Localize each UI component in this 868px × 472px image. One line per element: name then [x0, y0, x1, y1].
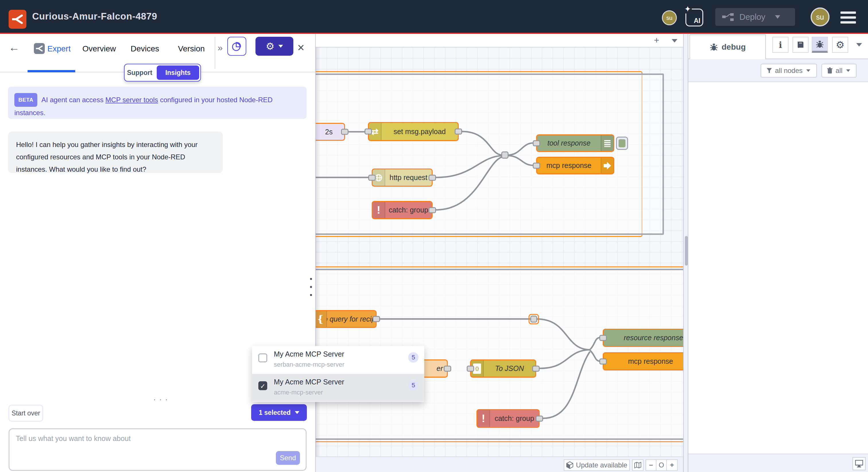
node-port-in[interactable]: [368, 175, 376, 181]
panel-resize-handle[interactable]: [310, 278, 312, 302]
node-port-out[interactable]: [429, 175, 436, 181]
node-http-request[interactable]: http request: [372, 169, 433, 187]
node-set-msg-payload[interactable]: ⇄ set msg.payload: [368, 122, 459, 141]
open-dashboard-button[interactable]: [852, 457, 866, 470]
sparkle-icon: ✦: [683, 5, 692, 13]
tab-expert[interactable]: Expert: [48, 44, 71, 53]
node-label: catch: group: [385, 202, 432, 218]
canvas-scrollbar[interactable]: [683, 34, 688, 472]
monitor-icon: [855, 460, 863, 467]
node-resource-response[interactable]: resource response: [603, 329, 683, 347]
debug-node-icon: [601, 135, 613, 151]
node-port-in[interactable]: [467, 365, 474, 372]
mcp-server-tools-link[interactable]: MCP server tools: [105, 96, 158, 104]
node-tool-response-debug[interactable]: tool response: [536, 135, 614, 152]
avatar-large[interactable]: su: [811, 7, 830, 26]
debug-clear-button[interactable]: all: [822, 64, 857, 78]
node-port-out[interactable]: [429, 207, 436, 213]
avatar-small[interactable]: su: [662, 10, 677, 25]
tab-debug[interactable]: debug: [689, 34, 766, 59]
flow-list-caret-icon[interactable]: [672, 39, 677, 42]
node-mcp-response-link-out-top[interactable]: mcp response: [536, 157, 614, 174]
server-option-2[interactable]: ✓ My Acme MCP Server acme-mcp-server 5: [252, 374, 424, 402]
handle-dot: [310, 286, 312, 288]
node-port-out[interactable]: [373, 316, 380, 322]
node-port-out[interactable]: [444, 365, 451, 372]
wires-layer: [316, 34, 683, 472]
add-flow-button[interactable]: +: [654, 35, 659, 46]
insights-chart-button[interactable]: [227, 37, 246, 56]
node-port-in[interactable]: [533, 163, 540, 169]
checkbox-unchecked[interactable]: [258, 353, 267, 362]
sidebar-more-caret-icon[interactable]: [856, 43, 862, 47]
wire: [507, 143, 533, 155]
node-label: mcp response: [603, 353, 683, 370]
checkbox-checked[interactable]: ✓: [258, 381, 267, 390]
minimap-button[interactable]: [632, 460, 644, 471]
assistant-settings-button[interactable]: ⚙: [255, 37, 293, 56]
top-header: Curious-Amur-Falcon-4879 su ✦ AI Deploy …: [0, 0, 868, 33]
ai-assistant-icon[interactable]: ✦ AI: [685, 9, 703, 26]
scrollbar-thumb[interactable]: [685, 236, 688, 266]
flow-tabs-bar: +: [316, 34, 683, 48]
clear-caret-icon: [846, 69, 850, 72]
wire-junction: [531, 316, 537, 322]
toggle-support[interactable]: Support: [125, 69, 155, 77]
mcp-server-dropdown: My Acme MCP Server serban-acme-mcp-serve…: [252, 346, 424, 402]
mode-toggle[interactable]: Support Insights: [124, 64, 201, 82]
sidebar-footer: [688, 453, 868, 472]
back-button[interactable]: ←: [9, 41, 20, 54]
debug-panel-button[interactable]: [812, 37, 828, 53]
node-port-in[interactable]: [599, 335, 607, 341]
deploy-button[interactable]: Deploy: [715, 8, 795, 26]
app-window: Curious-Amur-Falcon-4879 su ✦ AI Deploy …: [0, 0, 868, 472]
server-subtitle: acme-mcp-server: [274, 389, 323, 396]
tool-count-badge: 5: [408, 352, 418, 363]
wire: [543, 352, 590, 418]
tab-devices[interactable]: Devices: [131, 44, 159, 53]
more-tabs-button[interactable]: »: [218, 42, 223, 53]
hamburger-bar: [840, 17, 856, 19]
wire-junction: [502, 152, 508, 158]
hamburger-menu-icon[interactable]: [840, 11, 856, 26]
server-option-1[interactable]: My Acme MCP Server serban-acme-mcp-serve…: [252, 346, 424, 374]
deploy-caret-icon[interactable]: [775, 15, 780, 19]
help-panel-button[interactable]: [793, 37, 809, 53]
update-available-button[interactable]: Update available: [564, 460, 630, 471]
server-selector-button[interactable]: 1 selected: [251, 404, 307, 421]
node-mcp-response-link-out-bottom[interactable]: mcp response: [603, 352, 683, 371]
toggle-insights[interactable]: Insights: [157, 65, 199, 80]
settings-panel-button[interactable]: ⚙: [832, 37, 848, 53]
node-port-in[interactable]: [365, 129, 372, 135]
settings-caret-icon: [278, 45, 283, 48]
flowfuse-logo-icon[interactable]: [9, 10, 26, 29]
debug-filter-button[interactable]: all nodes: [761, 64, 817, 78]
trash-icon: [827, 67, 833, 74]
zoom-reset-button[interactable]: O: [656, 460, 667, 471]
node-port-out[interactable]: [532, 365, 539, 372]
node-port-in[interactable]: [599, 358, 607, 364]
prompt-input[interactable]: [16, 434, 245, 466]
update-available-label: Update available: [576, 461, 627, 469]
tab-version[interactable]: Version: [178, 44, 205, 53]
close-panel-button[interactable]: ×: [298, 41, 305, 55]
zoom-out-button[interactable]: −: [646, 460, 656, 471]
node-catch-group-bottom[interactable]: ! catch: group: [476, 409, 539, 428]
tab-overview[interactable]: Overview: [82, 44, 116, 53]
node-catch-group-top[interactable]: ! catch: group: [372, 201, 433, 219]
node-db-query[interactable]: { db query for recipes: [316, 310, 377, 328]
flow-canvas[interactable]: 2s ⇄ set msg.payload tool response mcp r…: [316, 34, 683, 472]
funnel-icon: [766, 68, 772, 73]
debug-enable-toggle[interactable]: [616, 137, 628, 150]
node-to-json[interactable]: {} To JSON: [470, 359, 536, 378]
info-panel-button[interactable]: i: [772, 37, 788, 53]
node-port-out[interactable]: [455, 129, 462, 135]
send-button[interactable]: Send: [276, 451, 300, 465]
node-port-out[interactable]: [341, 129, 348, 135]
node-port-out[interactable]: [536, 415, 543, 421]
node-port-in[interactable]: [533, 140, 540, 146]
start-over-button[interactable]: Start over: [9, 405, 43, 421]
assistant-message: Hello! I can help you gather insights by…: [8, 131, 223, 173]
zoom-in-button[interactable]: +: [666, 460, 678, 471]
assistant-panel: ← Expert Overview Devices Version » ⚙ ×: [0, 34, 316, 472]
